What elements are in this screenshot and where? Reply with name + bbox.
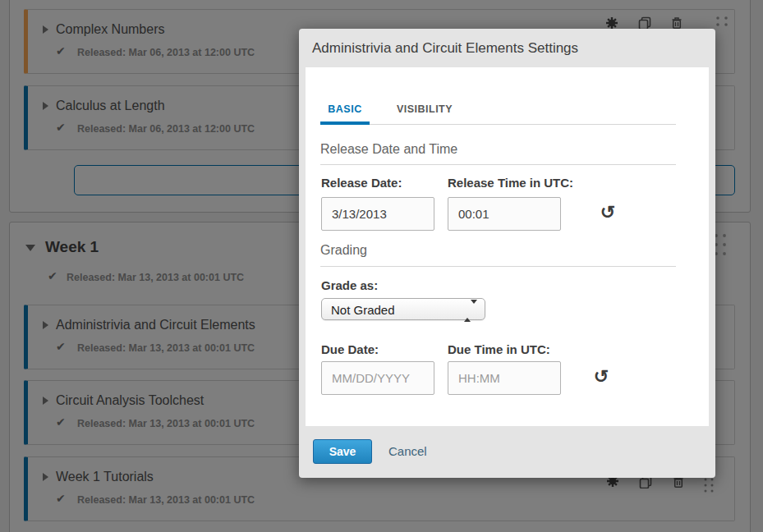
grade-as-selected-value: Not Graded <box>331 303 395 317</box>
release-date-input[interactable] <box>321 197 434 231</box>
reset-due-date-icon[interactable]: ↺ <box>591 366 612 388</box>
cancel-link[interactable]: Cancel <box>388 444 427 458</box>
modal-title: Administrivia and Circuit Elements Setti… <box>312 40 578 57</box>
due-date-input[interactable] <box>321 361 434 395</box>
release-date-label: Release Date: <box>321 176 402 190</box>
tab-basic[interactable]: BASIC <box>320 103 370 115</box>
due-time-label: Due Time in UTC: <box>448 342 550 356</box>
divider <box>320 266 676 267</box>
due-date-label: Due Date: <box>321 342 379 356</box>
modal-header: Administrivia and Circuit Elements Setti… <box>299 29 715 67</box>
release-time-input[interactable] <box>448 197 561 231</box>
release-section-heading: Release Date and Time <box>320 142 457 157</box>
modal-body: BASIC VISIBILITY Release Date and Time R… <box>306 67 709 426</box>
select-arrows-icon <box>464 304 477 319</box>
divider <box>320 124 676 125</box>
due-time-input[interactable] <box>448 361 561 395</box>
grade-as-select[interactable]: Not Graded <box>321 298 485 320</box>
subsection-settings-modal: Administrivia and Circuit Elements Setti… <box>299 29 715 478</box>
grade-as-label: Grade as: <box>321 278 378 292</box>
save-button[interactable]: Save <box>313 439 372 464</box>
release-time-label: Release Time in UTC: <box>448 176 573 190</box>
grading-section-heading: Grading <box>320 243 367 258</box>
tab-visibility[interactable]: VISIBILITY <box>392 103 457 115</box>
active-tab-underline <box>320 122 370 125</box>
divider <box>320 164 676 165</box>
reset-release-date-icon[interactable]: ↺ <box>597 202 618 223</box>
